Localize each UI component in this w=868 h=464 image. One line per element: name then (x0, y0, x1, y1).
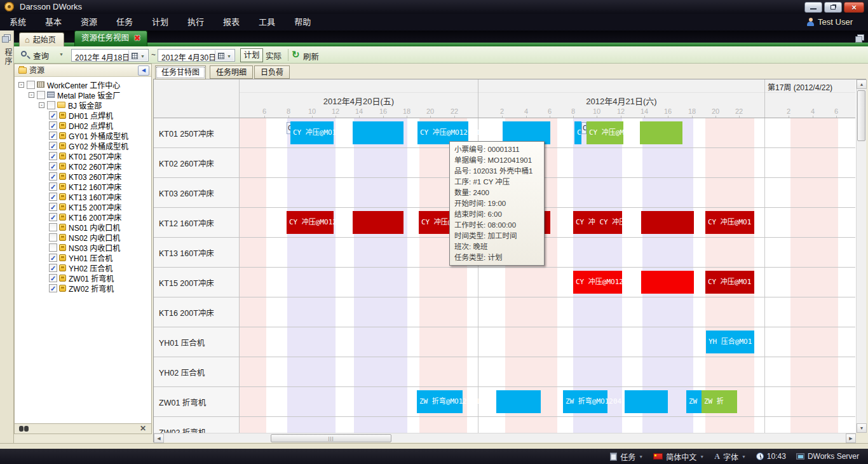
tree-checkbox[interactable]: ✓ (49, 284, 57, 292)
tree-row[interactable]: NS02 内收口机 (15, 232, 151, 242)
task-bar[interactable] (353, 121, 403, 144)
collapsed-side-panel[interactable]: 程序 (0, 31, 14, 443)
tree-row[interactable]: ✓YH01 压合机 (15, 252, 151, 263)
tree-row[interactable]: ✓KT12 160T冲床 (15, 181, 151, 191)
tree-row[interactable]: NS03 内收口机 (15, 242, 151, 252)
task-bar[interactable]: ZW 折弯@MO12041901 (563, 390, 607, 413)
menu-item[interactable]: 资源 (71, 14, 107, 31)
task-bar[interactable]: CY 冲压@MO12041902 (587, 121, 623, 144)
minimize-button[interactable] (804, 2, 822, 13)
menu-item[interactable]: 基本 (36, 14, 71, 31)
tree-row[interactable]: ✓DH02 点焊机 (15, 120, 151, 130)
menu-item[interactable]: 系统 (0, 14, 36, 31)
menu-item[interactable]: 报表 (214, 14, 249, 31)
constraint-tag[interactable]: C (581, 122, 587, 134)
date-to-field[interactable]: 2012年 4月30日 ▼ (158, 49, 235, 62)
tree-checkbox[interactable]: ✓ (49, 142, 57, 150)
tree-checkbox[interactable] (37, 91, 45, 99)
status-dropdown-caret[interactable]: ▼ (700, 454, 704, 459)
tree-checkbox[interactable]: ✓ (49, 182, 57, 191)
tree-checkbox[interactable]: ✓ (49, 172, 57, 181)
menu-item[interactable]: 帮助 (285, 14, 320, 31)
status-item-tasks[interactable]: 任务▼ (610, 451, 643, 462)
tree-checkbox[interactable] (27, 81, 35, 89)
scroll-down-arrow[interactable]: ▼ (857, 423, 867, 433)
tree-row[interactable]: -BJ 钣金部 (15, 100, 151, 110)
menu-item[interactable]: 任务 (107, 14, 142, 31)
tree-row[interactable]: ✓KT16 200T冲床 (15, 212, 151, 222)
status-item-flag[interactable]: 简体中文▼ (653, 451, 704, 462)
tree-expander-icon[interactable]: - (18, 82, 24, 88)
tab-home-page[interactable]: ⌂起始页 (19, 32, 64, 46)
task-bar[interactable] (641, 211, 694, 234)
task-bar[interactable]: CY 冲压@MO12041901 (290, 121, 334, 144)
tree-checkbox[interactable] (49, 233, 57, 242)
tree-row[interactable]: ✓KT03 260T冲床 (15, 171, 151, 181)
find-icon[interactable] (19, 426, 29, 432)
tree-checkbox[interactable]: ✓ (49, 203, 57, 211)
window-list-icon[interactable] (855, 34, 864, 43)
menu-item[interactable]: 计划 (142, 14, 178, 31)
tree-checkbox[interactable]: ✓ (49, 254, 57, 262)
task-bar[interactable]: ZW 折 (702, 390, 737, 413)
find-close-icon[interactable]: ✕ (140, 424, 146, 433)
tree-row[interactable]: ✓DH01 点焊机 (15, 110, 151, 120)
tree-row[interactable]: ✓ZW01 折弯机 (15, 273, 151, 283)
task-bar[interactable]: CY 冲 CY 冲压@MO12041904 (573, 211, 622, 234)
tree-checkbox[interactable] (49, 243, 57, 252)
task-bar[interactable]: CY 冲压@MO1 (705, 211, 754, 234)
tree-expander-icon[interactable]: - (39, 102, 44, 108)
task-bar[interactable]: CY 冲压@MO12041903 (573, 271, 622, 294)
date-from-field[interactable]: 2012年 4月18日 ▼ (71, 49, 149, 62)
date-from-picker-button[interactable]: ▼ (128, 50, 147, 60)
tree-row[interactable]: ✓GY01 外桶成型机 (15, 130, 151, 140)
task-bar[interactable]: YH 压合@MO1 (706, 331, 754, 353)
horizontal-scrollbar[interactable]: ◀ ||| ▶ (154, 433, 856, 442)
query-dropdown-caret[interactable]: ▼ (59, 52, 64, 57)
tree-row[interactable]: -WorkCenter 工作中心 (15, 79, 151, 90)
menu-item[interactable]: 工具 (249, 14, 285, 31)
tree-checkbox[interactable]: ✓ (49, 193, 57, 201)
tree-checkbox[interactable]: ✓ (49, 162, 57, 170)
scroll-right-arrow[interactable]: ▶ (846, 433, 856, 443)
tree-row[interactable]: ✓GY02 外桶成型机 (15, 140, 151, 151)
tab-task-gantt[interactable]: 任务甘特图 (155, 65, 206, 79)
tree-row[interactable]: ✓KT01 250T冲床 (15, 151, 151, 161)
task-bar[interactable]: ZW 折弯@MO12041901 (417, 390, 463, 413)
tree-expander-icon[interactable]: - (29, 92, 34, 98)
tree-row[interactable]: ✓ZW02 折弯机 (15, 283, 151, 293)
tree-row[interactable]: NS01 内收口机 (15, 222, 151, 232)
query-button[interactable]: 查询 (33, 50, 49, 62)
task-bar[interactable] (641, 271, 694, 294)
tree-row[interactable]: -Metal Plate 钣金厂 (15, 90, 151, 100)
plan-toggle-button[interactable]: 计划 (240, 48, 263, 62)
status-item-font[interactable]: A字体▼ (714, 451, 746, 462)
tab-task-detail[interactable]: 任务明细 (210, 65, 253, 79)
tree-checkbox[interactable] (47, 101, 55, 109)
tree-row[interactable]: ✓YH02 压合机 (15, 263, 151, 273)
task-bar[interactable]: CY 冲压@MO1 (705, 271, 754, 294)
task-bar[interactable] (496, 390, 541, 413)
tree-checkbox[interactable]: ✓ (49, 152, 57, 160)
scroll-left-arrow[interactable]: ◀ (154, 433, 164, 443)
menu-item[interactable]: 执行 (178, 14, 214, 31)
task-bar[interactable]: CY 冲压@MO12041904 (287, 211, 334, 234)
tree-row[interactable]: ✓KT13 160T冲床 (15, 191, 151, 201)
tree-checkbox[interactable] (49, 223, 57, 231)
task-bar[interactable]: ZW (686, 390, 702, 413)
tree-checkbox[interactable]: ✓ (49, 274, 57, 282)
task-bar[interactable]: C (574, 121, 581, 144)
vertical-scroll-thumb[interactable] (857, 90, 865, 141)
vertical-scrollbar[interactable]: ▲ ▼ (856, 79, 866, 433)
tab-resource-task-view[interactable]: 资源任务视图✖ (74, 31, 147, 46)
actual-toggle-button[interactable]: 实际 (266, 50, 281, 62)
tree-checkbox[interactable]: ✓ (49, 111, 57, 119)
tab-close-icon[interactable]: ✖ (134, 34, 140, 43)
restore-button[interactable] (824, 2, 842, 13)
date-to-picker-button[interactable]: ▼ (215, 50, 234, 60)
status-dropdown-caret[interactable]: ▼ (742, 454, 746, 459)
task-bar[interactable] (625, 390, 668, 413)
tree-checkbox[interactable]: ✓ (49, 264, 57, 272)
tree-checkbox[interactable]: ✓ (49, 132, 57, 140)
tree-checkbox[interactable]: ✓ (49, 213, 57, 221)
